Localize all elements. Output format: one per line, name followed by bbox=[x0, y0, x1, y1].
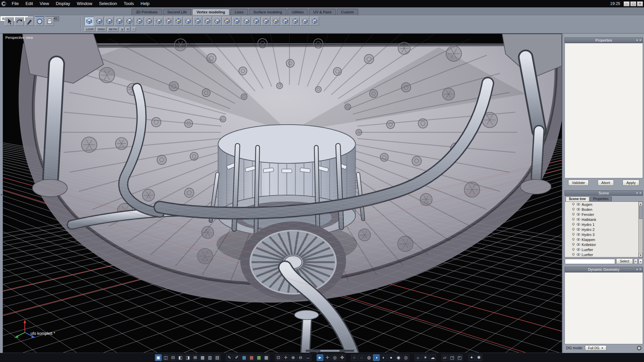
scene-tree-item[interactable]: Augen bbox=[565, 202, 638, 207]
menu-item[interactable]: Window bbox=[73, 0, 96, 7]
visibility-eye-icon[interactable] bbox=[577, 243, 580, 246]
uv-checker-icon[interactable]: ◳ bbox=[449, 354, 455, 361]
scene-tree-scrollbar[interactable]: ▲ ▼ bbox=[638, 202, 643, 257]
visibility-eye-icon[interactable] bbox=[577, 233, 580, 236]
grid-yz-plane-icon[interactable]: ▦ bbox=[248, 354, 255, 361]
pan-view-icon[interactable]: ↔ bbox=[305, 354, 311, 361]
uv-tile-icon[interactable]: ◰ bbox=[456, 354, 463, 361]
ribbon-tab[interactable]: Custom bbox=[337, 9, 358, 15]
snap-move-icon[interactable]: ✛ bbox=[324, 354, 331, 361]
panel-menu-icon[interactable]: ▾ bbox=[636, 267, 638, 272]
select-button[interactable]: Select bbox=[616, 258, 633, 264]
decimate-tool-icon[interactable] bbox=[261, 17, 270, 25]
view-quad-icon[interactable]: ⊞ bbox=[192, 354, 199, 361]
draw-line-icon[interactable]: ✎ bbox=[226, 354, 233, 361]
scene-tree-item[interactable]: Klappen bbox=[565, 237, 638, 242]
shrink-selection-icon[interactable]: ▾ bbox=[125, 27, 130, 32]
ribbon-tab[interactable]: Surface modeling bbox=[249, 9, 286, 15]
viewport-hscrollbar[interactable] bbox=[306, 350, 354, 352]
scene-tree-item[interactable]: Halbtank bbox=[565, 217, 638, 222]
zoom-in-icon[interactable]: ⊕ bbox=[290, 354, 297, 361]
zoom-out-icon[interactable]: ⊖ bbox=[297, 354, 304, 361]
dg-indicator-icon[interactable] bbox=[637, 346, 641, 350]
ring-select-button[interactable]: RING bbox=[96, 27, 106, 32]
abort-button[interactable]: Abort bbox=[598, 180, 614, 186]
view-three-right-icon[interactable]: ◨ bbox=[184, 354, 191, 361]
visibility-eye-icon[interactable] bbox=[577, 248, 580, 251]
view-three-left-icon[interactable]: ◧ bbox=[177, 354, 184, 361]
center-selection-icon[interactable]: ✛ bbox=[282, 354, 289, 361]
scroll-up-icon[interactable]: ▲ bbox=[639, 202, 643, 206]
viewport[interactable]: Perspective view ufo komplett * bbox=[3, 34, 562, 353]
menu-item[interactable]: Tools bbox=[120, 0, 137, 7]
validate-button[interactable]: Validate bbox=[568, 180, 589, 186]
lamp-icon[interactable] bbox=[572, 202, 575, 206]
scene-panel-tab[interactable]: Properties bbox=[590, 196, 612, 201]
textured-shading-icon[interactable]: ◐ bbox=[380, 354, 387, 361]
ghost-visibility-icon[interactable] bbox=[45, 17, 54, 26]
scrollbar-thumb[interactable] bbox=[639, 206, 642, 219]
select-options-down-icon[interactable]: ▾ bbox=[634, 259, 638, 264]
vertex-selection-mode-icon[interactable] bbox=[85, 17, 94, 25]
sweep-tool-icon[interactable] bbox=[164, 17, 173, 25]
xray-shading-icon[interactable]: ◎ bbox=[402, 354, 409, 361]
cursor-select-icon[interactable]: ► bbox=[317, 354, 323, 361]
lamp-icon[interactable] bbox=[572, 248, 575, 251]
triangulate-tool-icon[interactable] bbox=[271, 17, 280, 25]
collapse-left-icon[interactable]: ◄ bbox=[0, 193, 2, 196]
menu-item[interactable]: File bbox=[8, 0, 22, 7]
select-arrow-icon[interactable] bbox=[5, 17, 14, 26]
orbit-view-icon[interactable] bbox=[15, 17, 24, 26]
scene-tree-item[interactable]: Kollektor bbox=[565, 242, 638, 247]
between-select-button[interactable]: BETW bbox=[107, 27, 118, 32]
lamp-icon[interactable] bbox=[572, 243, 575, 246]
grid-xy-plane-icon[interactable]: ▦ bbox=[241, 354, 248, 361]
visibility-eye-icon[interactable] bbox=[577, 223, 580, 226]
lamp-icon[interactable] bbox=[572, 228, 575, 231]
menu-item[interactable]: View bbox=[36, 0, 52, 7]
view-rows-icon[interactable]: ▤ bbox=[214, 354, 221, 361]
flat-shading-icon[interactable]: ◍ bbox=[366, 354, 372, 361]
scene-tree-item[interactable]: Hydro 2 bbox=[565, 227, 638, 232]
view-split-horizontal-icon[interactable]: ⊟ bbox=[170, 354, 176, 361]
scene-filter-input[interactable] bbox=[565, 259, 615, 264]
ribbon-tab[interactable]: Lines bbox=[230, 9, 248, 15]
panel-menu-icon[interactable]: ▾ bbox=[636, 38, 638, 43]
snap-rotate-icon[interactable]: ◎ bbox=[331, 354, 338, 361]
grid-xz-plane-icon[interactable]: ▦ bbox=[256, 354, 262, 361]
extrude-surface-tool-icon[interactable] bbox=[145, 17, 154, 25]
pencil-tool-icon[interactable] bbox=[25, 17, 34, 26]
grow-selection-icon[interactable]: ▴ bbox=[120, 27, 124, 32]
default-lighting-icon[interactable]: ☼ bbox=[415, 354, 421, 361]
panel-close-icon[interactable]: ✕ bbox=[639, 191, 642, 196]
stretch-tool-icon[interactable] bbox=[135, 17, 144, 25]
copy-tool-icon[interactable] bbox=[290, 17, 300, 25]
maximize-button[interactable]: ▢ bbox=[630, 1, 636, 6]
loop-select-button[interactable]: LOOP bbox=[85, 27, 95, 32]
dg-mode-select[interactable]: Full DG ▼ bbox=[585, 345, 606, 351]
visibility-eye-icon[interactable] bbox=[577, 213, 580, 216]
select-options-up-icon[interactable]: ▴ bbox=[639, 259, 643, 264]
smooth-tool-icon[interactable] bbox=[174, 17, 183, 25]
bridge-tool-icon[interactable] bbox=[213, 17, 222, 25]
scene-tree-item[interactable]: Luefter bbox=[565, 247, 638, 252]
grid-toggle-icon[interactable]: ▦ bbox=[263, 354, 270, 361]
object-selection-mode-icon[interactable] bbox=[115, 17, 124, 25]
smooth-shading-icon[interactable]: ◑ bbox=[373, 354, 380, 361]
ribbon-tab[interactable]: UV & Paint bbox=[309, 9, 336, 15]
extrude-edge-tool-icon[interactable] bbox=[154, 17, 163, 25]
panel-menu-icon[interactable]: ▾ bbox=[636, 191, 638, 196]
scene-tree-item[interactable]: Fenster bbox=[565, 212, 638, 217]
view-columns-icon[interactable]: ▥ bbox=[207, 354, 213, 361]
material-shading-icon[interactable]: ● bbox=[388, 354, 394, 361]
visibility-eye-icon[interactable] bbox=[577, 202, 580, 206]
transparent-shading-icon[interactable]: ◉ bbox=[395, 354, 402, 361]
edge-selection-mode-icon[interactable] bbox=[95, 17, 104, 25]
mirror-tool-icon[interactable] bbox=[300, 17, 309, 25]
auto-selection-mode-icon[interactable] bbox=[125, 17, 134, 25]
circle-tool-icon[interactable] bbox=[35, 17, 44, 26]
lamp-icon[interactable] bbox=[572, 223, 575, 226]
thickness-tool-icon[interactable] bbox=[310, 17, 319, 25]
environment-lighting-icon[interactable]: ☁ bbox=[429, 354, 436, 361]
close-button[interactable]: ✕ bbox=[637, 1, 643, 6]
